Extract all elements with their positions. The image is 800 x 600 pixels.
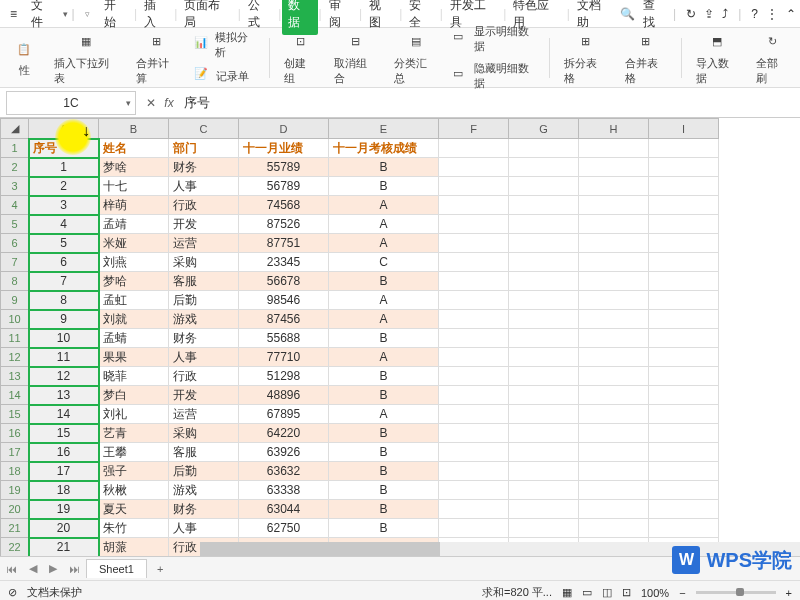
select-all[interactable]: ◢ [1,119,29,139]
cell-9-D[interactable]: 98546 [239,291,329,310]
row-hdr-11[interactable]: 11 [1,329,29,348]
qat-undo-dd[interactable]: ▿ [79,6,96,22]
sheet-nav-prev[interactable]: ◀ [23,562,43,575]
row-hdr-22[interactable]: 22 [1,538,29,557]
cell-17-E[interactable]: B [329,443,439,462]
cell-6-B[interactable]: 米娅 [99,234,169,253]
sync-icon[interactable]: ↻ [686,7,696,21]
cell-8-D[interactable]: 56678 [239,272,329,291]
row-hdr-1[interactable]: 1 [1,139,29,158]
view-page-icon[interactable]: ▭ [582,586,592,599]
rbtn-refresh[interactable]: ↻全部刷 [752,28,792,88]
col-hdr-F[interactable]: F [439,119,509,139]
cell-16-E[interactable]: B [329,424,439,443]
rbtn-dropdown-list[interactable]: ▦插入下拉列表 [50,28,122,88]
cell-14-A[interactable]: 13 [29,386,99,405]
cell-20-E[interactable]: B [329,500,439,519]
cell-19-C[interactable]: 游戏 [169,481,239,500]
cell-8-B[interactable]: 梦哈 [99,272,169,291]
cell-11-E[interactable]: B [329,329,439,348]
cell-hdr-3[interactable]: 十一月业绩 [239,139,329,158]
cell-10-A[interactable]: 9 [29,310,99,329]
col-hdr-D[interactable]: D [239,119,329,139]
cell-4-B[interactable]: 梓萌 [99,196,169,215]
row-hdr-5[interactable]: 5 [1,215,29,234]
cell-8-A[interactable]: 7 [29,272,99,291]
menu-icon[interactable]: ≡ [4,4,23,24]
cell-5-C[interactable]: 开发 [169,215,239,234]
cell-21-A[interactable]: 20 [29,519,99,538]
cell-13-C[interactable]: 行政 [169,367,239,386]
cell-3-A[interactable]: 2 [29,177,99,196]
cell-4-C[interactable]: 行政 [169,196,239,215]
col-hdr-I[interactable]: I [649,119,719,139]
cell-12-D[interactable]: 77710 [239,348,329,367]
col-hdr-B[interactable]: B [99,119,169,139]
view-normal-icon[interactable]: ▦ [562,586,572,599]
cell-7-C[interactable]: 采购 [169,253,239,272]
row-hdr-18[interactable]: 18 [1,462,29,481]
cell-15-A[interactable]: 14 [29,405,99,424]
search-icon[interactable]: 🔍 [620,7,635,21]
cell-6-A[interactable]: 5 [29,234,99,253]
cell-3-E[interactable]: B [329,177,439,196]
cell-7-D[interactable]: 23345 [239,253,329,272]
cell-hdr-1[interactable]: 姓名 [99,139,169,158]
cell-7-E[interactable]: C [329,253,439,272]
cell-17-B[interactable]: 王攀 [99,443,169,462]
cell-14-D[interactable]: 48896 [239,386,329,405]
zoom-in[interactable]: + [786,587,792,599]
cell-19-D[interactable]: 63338 [239,481,329,500]
protect-icon[interactable]: ⊘ [8,586,17,599]
cell-15-E[interactable]: A [329,405,439,424]
rbtn-split-table[interactable]: ⊞拆分表格 [560,28,610,88]
cell-10-C[interactable]: 游戏 [169,310,239,329]
cell-2-E[interactable]: B [329,158,439,177]
grid[interactable]: ↓ ◢ABCDEFGHI1序号姓名部门十一月业绩十一月考核成绩21梦啥财务557… [0,118,800,556]
fx-icon[interactable]: fx [160,96,178,110]
cell-hdr-0[interactable]: 序号 [29,139,99,158]
row-hdr-2[interactable]: 2 [1,158,29,177]
cell-20-D[interactable]: 63044 [239,500,329,519]
col-hdr-E[interactable]: E [329,119,439,139]
row-hdr-6[interactable]: 6 [1,234,29,253]
cell-18-D[interactable]: 63632 [239,462,329,481]
cell-14-C[interactable]: 开发 [169,386,239,405]
row-hdr-21[interactable]: 21 [1,519,29,538]
cell-6-E[interactable]: A [329,234,439,253]
cell-13-A[interactable]: 12 [29,367,99,386]
cell-21-D[interactable]: 62750 [239,519,329,538]
cell-4-E[interactable]: A [329,196,439,215]
cell-14-B[interactable]: 梦白 [99,386,169,405]
cell-9-C[interactable]: 后勤 [169,291,239,310]
rbtn-subtotal[interactable]: ▤分类汇总 [390,28,440,88]
share-icon[interactable]: ⇪ [704,7,714,21]
cell-17-A[interactable]: 16 [29,443,99,462]
row-hdr-20[interactable]: 20 [1,500,29,519]
cell-16-A[interactable]: 15 [29,424,99,443]
row-hdr-3[interactable]: 3 [1,177,29,196]
cell-8-E[interactable]: B [329,272,439,291]
cell-13-D[interactable]: 51298 [239,367,329,386]
cloud-icon[interactable]: ⤴ [722,7,728,21]
cell-8-C[interactable]: 客服 [169,272,239,291]
cell-9-E[interactable]: A [329,291,439,310]
fx-cancel-icon[interactable]: ✕ [142,96,160,110]
cell-18-E[interactable]: B [329,462,439,481]
zoom-out[interactable]: − [679,587,685,599]
cell-5-A[interactable]: 4 [29,215,99,234]
row-hdr-19[interactable]: 19 [1,481,29,500]
row-hdr-13[interactable]: 13 [1,367,29,386]
cell-13-E[interactable]: B [329,367,439,386]
cell-13-B[interactable]: 晓菲 [99,367,169,386]
more-icon[interactable]: ⋮ [766,7,778,21]
cell-7-B[interactable]: 刘燕 [99,253,169,272]
cell-5-D[interactable]: 87526 [239,215,329,234]
row-hdr-9[interactable]: 9 [1,291,29,310]
cell-20-A[interactable]: 19 [29,500,99,519]
search-label[interactable]: 查找 [643,0,663,31]
name-box-dd[interactable]: ▾ [126,98,131,108]
cell-4-D[interactable]: 74568 [239,196,329,215]
cell-21-C[interactable]: 人事 [169,519,239,538]
name-box[interactable]: 1C ▾ [6,91,136,115]
